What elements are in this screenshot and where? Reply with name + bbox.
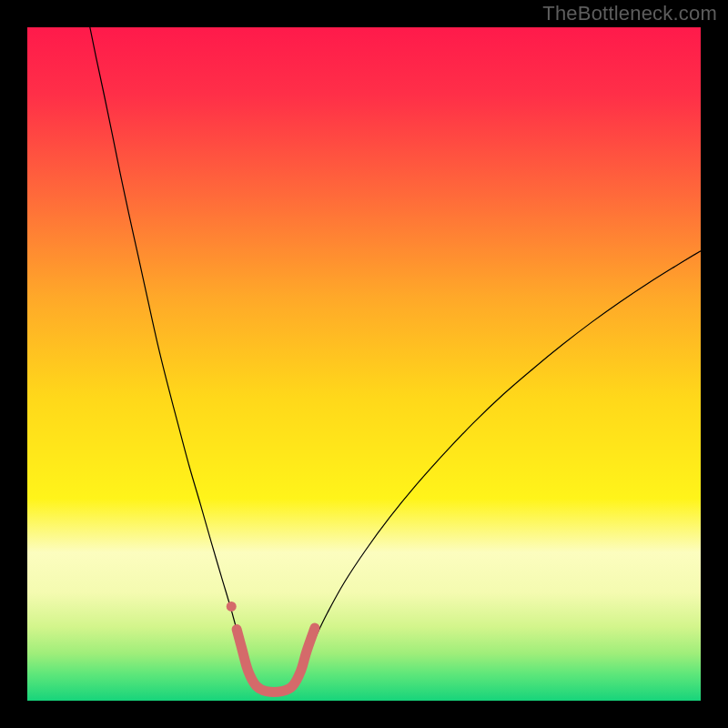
series-marker-dot (227, 602, 237, 612)
chart-frame: TheBottleneck.com (0, 0, 728, 728)
watermark-text: TheBottleneck.com (542, 2, 717, 25)
chart-plot-area (27, 27, 701, 701)
chart-svg (27, 27, 701, 701)
chart-background-gradient (27, 27, 701, 701)
